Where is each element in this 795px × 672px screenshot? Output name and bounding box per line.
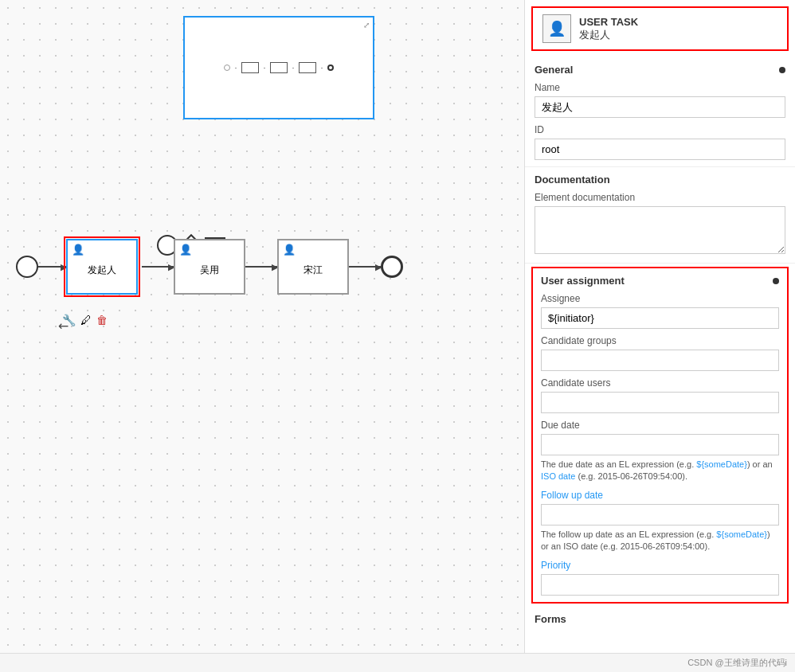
minimap-task2 — [270, 62, 288, 73]
assignee-label: Assignee — [541, 293, 779, 304]
user-assignment-dot — [773, 278, 779, 284]
panel-header-task-icon: 👤 — [542, 14, 571, 43]
user-task-3[interactable]: 👤 宋江 — [277, 239, 349, 295]
forms-section-title: Forms — [535, 613, 566, 625]
user-task-1[interactable]: 👤 发起人 — [66, 239, 138, 295]
documentation-section: Documentation Element documentation — [525, 167, 795, 264]
element-doc-textarea[interactable] — [535, 206, 785, 254]
follow-up-date-hint: The follow up date as an EL expression (… — [541, 529, 779, 553]
panel-header-text: USER TASK 发起人 — [579, 16, 638, 42]
minimap-line1 — [235, 68, 237, 68]
priority-label: Priority — [541, 560, 779, 571]
user-assignment-title: User assignment — [541, 275, 625, 287]
due-date-label: Due date — [541, 420, 779, 431]
minimap-start — [224, 64, 230, 71]
minimap-line2 — [264, 68, 265, 68]
documentation-section-title: Documentation — [535, 174, 610, 186]
minimap-line3 — [292, 68, 294, 68]
id-field-input[interactable] — [535, 139, 785, 160]
user-assignment-header: User assignment — [541, 275, 779, 287]
name-field-input[interactable] — [535, 96, 785, 118]
flow-arrow-1: ▶ — [38, 266, 66, 268]
right-panel: 👤 USER TASK 发起人 General Name ID Document… — [524, 0, 795, 653]
user-task-3-label: 宋江 — [304, 264, 323, 277]
candidate-groups-label: Candidate groups — [541, 335, 779, 346]
start-event[interactable] — [16, 256, 38, 278]
user-task-1-wrapper: 👤 发起人 ··· 🔧 🖊 — [66, 239, 138, 295]
flow-arrow-2: ▶ — [142, 266, 174, 268]
bottom-bar: CSDN @王维诗里的代码i — [0, 653, 795, 672]
general-section: General Name ID — [525, 57, 795, 167]
general-section-dot — [779, 67, 785, 73]
canvas-area[interactable]: ⤢ ▶ 👤 发起人 — [0, 0, 524, 653]
general-section-header: General — [535, 64, 785, 76]
panel-header-name: 发起人 — [579, 28, 638, 42]
tool-delete-icon[interactable]: 🗑 — [96, 314, 108, 326]
due-date-input[interactable] — [541, 434, 779, 455]
general-section-title: General — [535, 64, 573, 76]
flow-arrow-3: ▶ — [245, 266, 277, 268]
assignee-input[interactable] — [541, 307, 779, 329]
priority-input[interactable] — [541, 574, 779, 596]
name-field-label: Name — [535, 82, 785, 93]
minimap: ⤢ — [183, 16, 374, 119]
user-task-1-person-icon: 👤 — [72, 244, 84, 256]
tool-paint-icon[interactable]: 🖊 — [80, 314, 92, 326]
candidate-users-label: Candidate users — [541, 377, 779, 389]
panel-header-type: USER TASK — [579, 16, 638, 28]
candidate-groups-input[interactable] — [541, 350, 779, 371]
follow-up-date-label: Follow up date — [541, 490, 779, 501]
user-assignment-section: User assignment Assignee Candidate group… — [531, 267, 789, 604]
element-doc-label: Element documentation — [535, 192, 785, 203]
user-task-3-person-icon: 👤 — [283, 244, 296, 256]
minimap-line4 — [321, 68, 323, 68]
user-task-2-person-icon: 👤 — [179, 244, 192, 256]
panel-header: 👤 USER TASK 发起人 — [531, 6, 789, 51]
minimap-task3 — [299, 62, 316, 73]
id-field-label: ID — [535, 124, 785, 135]
documentation-section-header: Documentation — [535, 174, 785, 186]
candidate-users-input[interactable] — [541, 392, 779, 413]
forms-section: Forms — [525, 607, 795, 631]
bottom-bar-text: CSDN @王维诗里的代码i — [687, 657, 787, 669]
follow-up-date-input[interactable] — [541, 504, 779, 525]
end-event[interactable] — [381, 256, 403, 278]
user-task-2-label: 吴用 — [200, 264, 219, 277]
flow-arrow-4: ▶ — [349, 266, 381, 268]
user-task-1-label: 发起人 — [88, 264, 116, 277]
due-date-hint: The due date as an EL expression (e.g. $… — [541, 459, 779, 483]
minimap-expand-icon[interactable]: ⤢ — [363, 21, 370, 29]
minimap-task1 — [241, 62, 259, 73]
minimap-end — [327, 64, 334, 71]
user-task-2[interactable]: 👤 吴用 — [174, 239, 245, 295]
